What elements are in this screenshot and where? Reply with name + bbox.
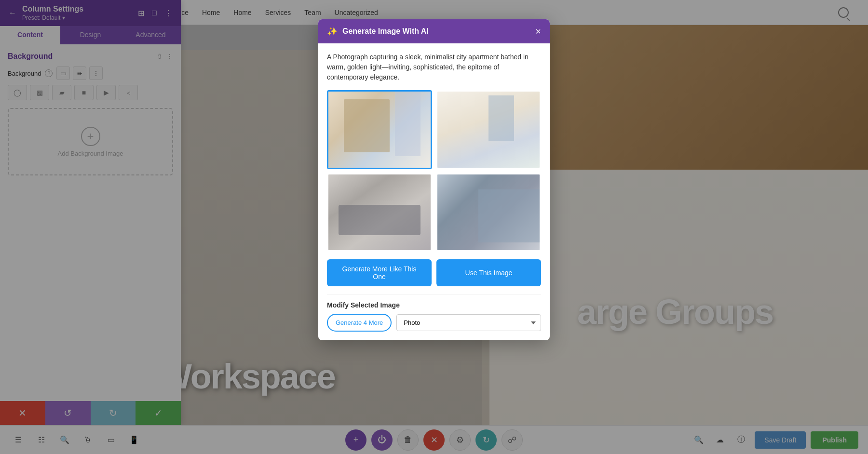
modal-close-button[interactable]: × [535,27,541,36]
room-image-4 [437,174,540,251]
generate-count-button[interactable]: Generate 4 More [327,314,392,332]
image-item-4[interactable] [436,173,541,252]
generate-more-button[interactable]: Generate More Like This One [327,259,432,286]
image-item-1[interactable] [327,90,432,169]
room-image-1 [328,92,431,168]
modal-title: Generate Image With AI [342,27,429,36]
magic-wand-icon: ✨ [327,26,338,37]
room-image-3 [328,174,431,251]
modify-label: Modify Selected Image [327,301,541,309]
modal-header-left: ✨ Generate Image With AI [327,26,429,37]
modal-description: A Photograph capturing a sleek, minimali… [327,52,541,82]
modal-action-buttons: Generate More Like This One Use This Ima… [327,259,541,286]
modal-body: A Photograph capturing a sleek, minimali… [318,43,550,340]
modify-controls: Generate 4 More PhotoIllustrationPaintin… [327,314,541,332]
photo-type-select[interactable]: PhotoIllustrationPaintingSketch [396,314,541,331]
image-item-3[interactable] [327,173,432,252]
generate-image-modal: ✨ Generate Image With AI × A Photograph … [318,19,550,340]
modal-overlay: ✨ Generate Image With AI × A Photograph … [0,0,868,454]
modify-section: Modify Selected Image Generate 4 More Ph… [327,294,541,332]
modal-header: ✨ Generate Image With AI × [318,19,550,43]
image-item-2[interactable] [436,90,541,169]
image-grid [327,90,541,252]
room-image-2 [437,92,540,168]
use-image-button[interactable]: Use This Image [436,259,541,286]
